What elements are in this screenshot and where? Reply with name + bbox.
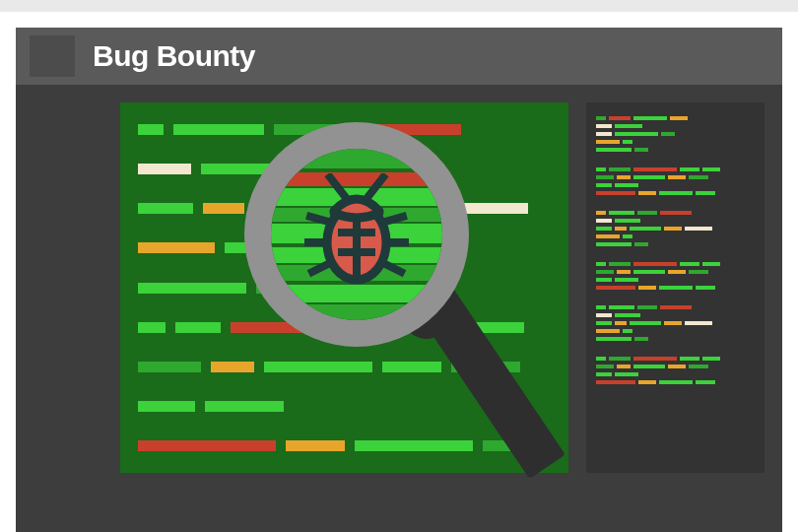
minimap-token: [596, 227, 612, 231]
minimap-token: [670, 116, 688, 120]
minimap-token: [689, 365, 708, 368]
minimap-token: [668, 175, 686, 179]
code-panel-minimap: [586, 102, 765, 473]
minimap-line: [596, 132, 755, 136]
minimap-token: [615, 132, 658, 136]
code-token: [138, 164, 191, 174]
content-area: [16, 85, 782, 532]
code-token: [138, 203, 193, 214]
minimap-token: [680, 262, 699, 266]
window-title: Bug Bounty: [93, 39, 255, 73]
minimap-token: [596, 380, 635, 384]
minimap-line: [596, 365, 755, 368]
minimap-token: [659, 191, 693, 195]
minimap-line: [596, 116, 755, 120]
minimap-line: [596, 278, 755, 282]
minimap-token: [596, 337, 632, 341]
minimap-token: [668, 365, 686, 368]
minimap-token: [664, 321, 682, 325]
code-line: [138, 242, 551, 253]
minimap-token: [596, 167, 606, 171]
minimap-token: [685, 321, 712, 325]
code-token: [254, 203, 353, 214]
code-token: [388, 322, 455, 333]
minimap-token: [596, 183, 612, 187]
minimap-token: [696, 191, 715, 195]
minimap-token: [668, 270, 686, 274]
minimap-token: [634, 242, 648, 246]
minimap-token: [596, 132, 612, 136]
minimap-line: [596, 270, 755, 274]
minimap-gap: [596, 199, 755, 207]
minimap-token: [596, 286, 635, 290]
minimap-token: [659, 380, 693, 384]
minimap-token: [596, 234, 620, 238]
minimap-token: [689, 175, 708, 179]
minimap-token: [596, 270, 614, 274]
minimap-token: [596, 175, 614, 179]
minimap-line: [596, 313, 755, 317]
code-token: [175, 322, 221, 333]
window-top-strip: [0, 0, 798, 12]
code-token: [225, 242, 254, 253]
code-token: [465, 322, 524, 333]
minimap-token: [615, 219, 640, 223]
minimap-token: [633, 270, 665, 274]
code-line: [138, 203, 551, 214]
minimap-gap: [596, 156, 755, 164]
minimap-token: [615, 278, 638, 282]
minimap-token: [702, 262, 720, 266]
minimap-token: [596, 313, 612, 317]
code-line: [138, 322, 551, 333]
code-line: [138, 283, 551, 294]
code-token: [355, 440, 473, 451]
titlebar: Bug Bounty: [16, 28, 782, 85]
code-token: [363, 203, 422, 214]
minimap-token: [623, 234, 632, 238]
minimap-token: [596, 357, 606, 361]
code-token: [173, 124, 264, 135]
minimap-line: [596, 337, 755, 341]
minimap-token: [609, 357, 631, 361]
minimap-token: [596, 329, 620, 333]
minimap-token: [638, 286, 656, 290]
minimap-line: [596, 234, 755, 238]
minimap-line: [596, 321, 755, 325]
minimap-token: [633, 262, 677, 266]
minimap-token: [617, 175, 631, 179]
code-token: [138, 401, 195, 412]
code-token: [353, 124, 461, 135]
minimap-token: [633, 167, 677, 171]
minimap-line: [596, 175, 755, 179]
minimap-line: [596, 380, 755, 384]
minimap-token: [615, 313, 640, 317]
minimap-token: [596, 305, 606, 309]
code-token: [138, 242, 215, 253]
minimap-token: [638, 191, 656, 195]
minimap-token: [609, 305, 634, 309]
code-token: [138, 283, 246, 294]
minimap-token: [609, 262, 631, 266]
minimap-token: [680, 357, 699, 361]
minimap-line: [596, 305, 755, 309]
minimap-token: [596, 219, 612, 223]
minimap-token: [664, 227, 682, 231]
minimap-line: [596, 148, 755, 152]
minimap-token: [617, 365, 631, 368]
code-panel-main: [120, 102, 568, 473]
minimap-token: [596, 148, 632, 152]
minimap-line: [596, 329, 755, 333]
minimap-token: [689, 270, 708, 274]
minimap-token: [615, 321, 627, 325]
code-token: [264, 362, 372, 372]
minimap-token: [660, 305, 692, 309]
code-token: [211, 362, 254, 372]
minimap-token: [596, 124, 612, 128]
code-line: [138, 401, 551, 412]
code-token: [138, 322, 166, 333]
minimap-token: [638, 380, 656, 384]
minimap-token: [637, 211, 657, 215]
code-token: [138, 124, 164, 135]
code-token: [201, 164, 290, 174]
minimap-token: [659, 286, 693, 290]
